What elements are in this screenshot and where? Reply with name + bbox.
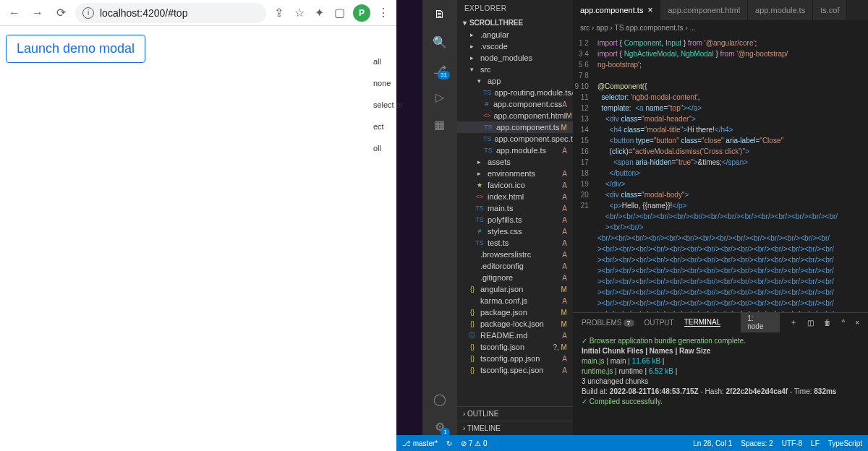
outline-section[interactable]: › OUTLINE xyxy=(457,406,573,421)
share-icon[interactable]: ⇪ xyxy=(272,6,286,20)
status-problems[interactable]: ⊘ 7 ⚠ 0 xyxy=(461,439,487,447)
editor-tab[interactable]: app.module.ts xyxy=(748,0,813,20)
status-bar: ⎇ master* ↻ ⊘ 7 ⚠ 0 Ln 28, Col 1 Spaces:… xyxy=(396,435,868,451)
editor-tab[interactable]: ts.cof xyxy=(813,0,847,20)
split-terminal-icon[interactable]: ◫ xyxy=(807,319,814,327)
tree-item[interactable]: #app.component.cssA xyxy=(457,98,573,110)
status-branch[interactable]: ⎇ master* xyxy=(402,439,438,447)
bottom-panel: PROBLEMS7 OUTPUT TERMINAL 1: node ＋ ◫ 🗑 … xyxy=(573,312,868,435)
tree-item[interactable]: node_modules xyxy=(457,52,573,64)
reload-icon[interactable]: ⟳ xyxy=(52,4,69,22)
breadcrumb[interactable]: src › app › TS app.component.ts › ... xyxy=(573,20,868,35)
file-tree: .angular.vscodenode_modulessrcappTSapp-r… xyxy=(457,29,573,406)
code-editor[interactable]: 1 2 3 4 5 6 7 8 9 10 11 12 13 14 15 16 1… xyxy=(573,35,868,312)
panel-tab-problems[interactable]: PROBLEMS7 xyxy=(582,319,634,327)
explorer-sidebar: EXPLORER ▾SCROLLTHREE .angular.vscodenod… xyxy=(457,0,573,435)
browser-window: ← → ⟳ i localhost:4200/#top ⇪ ☆ ✦ ▢ P ⋮ … xyxy=(0,0,396,451)
run-debug-icon[interactable]: ▷ xyxy=(431,88,448,106)
tree-item[interactable]: {}tsconfig.spec.jsonA xyxy=(457,364,573,376)
tree-item[interactable]: <>app.component.htmlM xyxy=(457,110,573,121)
panel-close-icon[interactable]: × xyxy=(855,319,859,327)
tree-item[interactable]: ⓘREADME.mdA xyxy=(457,330,573,341)
kebab-menu-icon[interactable]: ⋮ xyxy=(376,6,391,20)
tree-item[interactable]: .gitignoreA xyxy=(457,272,573,283)
terminal-output[interactable]: ✓ Browser application bundle generation … xyxy=(573,332,868,435)
settings-gear-icon[interactable]: ⚙1 xyxy=(431,418,448,435)
status-encoding[interactable]: UTF-8 xyxy=(782,439,802,447)
status-sync-icon[interactable]: ↻ xyxy=(446,439,452,447)
tree-item[interactable]: TSapp.module.tsA xyxy=(457,145,573,156)
site-info-icon[interactable]: i xyxy=(82,7,94,19)
tree-item[interactable]: #styles.cssA xyxy=(457,226,573,237)
panel-tab-terminal[interactable]: TERMINAL xyxy=(684,318,721,327)
back-icon[interactable]: ← xyxy=(6,4,23,22)
extensions-icon[interactable]: ✦ xyxy=(312,6,327,20)
explorer-icon[interactable]: 🗎 xyxy=(431,6,448,23)
terminal-profile-select[interactable]: 1: node xyxy=(741,312,780,332)
profile-avatar[interactable]: P xyxy=(353,4,370,22)
tree-item[interactable]: assets xyxy=(457,156,573,168)
tree-item[interactable]: {}package.jsonM xyxy=(457,306,573,318)
tree-item[interactable]: .browserslistrcA xyxy=(457,249,573,260)
line-gutter: 1 2 3 4 5 6 7 8 9 10 11 12 13 14 15 16 1… xyxy=(573,35,593,312)
tree-item[interactable]: ★favicon.icoA xyxy=(457,179,573,191)
tree-item[interactable]: TSapp.component.tsM xyxy=(457,121,573,133)
search-icon[interactable]: 🔍 xyxy=(431,33,448,51)
tree-item[interactable]: .vscode xyxy=(457,40,573,52)
panel-tabs: PROBLEMS7 OUTPUT TERMINAL 1: node ＋ ◫ 🗑 … xyxy=(573,313,868,332)
tree-item[interactable]: TSapp-routing.module.tsA xyxy=(457,87,573,98)
status-eol[interactable]: LF xyxy=(811,439,820,447)
status-indent[interactable]: Spaces: 2 xyxy=(741,439,773,447)
tree-item[interactable]: TStest.tsA xyxy=(457,237,573,249)
tree-item[interactable]: .editorconfigA xyxy=(457,260,573,272)
url-text: localhost:4200/#top xyxy=(100,7,187,19)
kill-terminal-icon[interactable]: 🗑 xyxy=(824,319,831,327)
close-tab-icon[interactable]: × xyxy=(647,5,652,15)
browser-toolbar: ← → ⟳ i localhost:4200/#top ⇪ ☆ ✦ ▢ P ⋮ xyxy=(0,0,396,26)
code-body[interactable]: import { Component, Input } from '@angul… xyxy=(593,35,868,312)
tree-item[interactable]: {}package-lock.jsonM xyxy=(457,318,573,330)
activity-bar: 🗎 🔍 ⎇31 ▷ ▦ ◯ ⚙1 xyxy=(422,0,457,435)
tree-item[interactable]: TSapp.component.spec.tsA xyxy=(457,133,573,145)
tree-item[interactable]: <>index.htmlA xyxy=(457,191,573,202)
panel-maximize-icon[interactable]: ^ xyxy=(841,319,845,327)
window-edge-strip xyxy=(396,0,422,435)
tree-item[interactable]: app xyxy=(457,75,573,87)
editor-column: app.component.ts×app.component.htmlapp.m… xyxy=(573,0,868,435)
tree-item[interactable]: TSmain.tsA xyxy=(457,202,573,214)
tree-item[interactable]: environmentsA xyxy=(457,168,573,179)
source-control-icon[interactable]: ⎇31 xyxy=(431,61,448,78)
tab-overview-icon[interactable]: ▢ xyxy=(333,6,347,20)
editor-tab[interactable]: app.component.ts× xyxy=(573,0,660,20)
forward-icon[interactable]: → xyxy=(29,4,46,22)
project-section-header[interactable]: ▾SCROLLTHREE xyxy=(457,17,573,29)
status-language[interactable]: TypeScript xyxy=(828,439,862,447)
editor-tabs: app.component.ts×app.component.htmlapp.m… xyxy=(573,0,868,20)
tree-item[interactable]: src xyxy=(457,64,573,75)
panel-tab-output[interactable]: OUTPUT xyxy=(644,319,674,327)
launch-demo-modal-button[interactable]: Launch demo modal xyxy=(6,35,145,63)
extensions-sidebar-icon[interactable]: ▦ xyxy=(431,116,448,133)
tree-item[interactable]: {}angular.jsonM xyxy=(457,283,573,295)
tree-item[interactable]: karma.conf.jsA xyxy=(457,295,573,306)
new-terminal-icon[interactable]: ＋ xyxy=(790,317,797,327)
tree-item[interactable]: {}tsconfig.app.jsonA xyxy=(457,353,573,364)
editor-tab[interactable]: app.component.html xyxy=(660,0,748,20)
page-viewport: Launch demo modal allnoneselect orectoll xyxy=(0,26,396,451)
explorer-title: EXPLORER xyxy=(457,0,573,17)
bookmark-icon[interactable]: ☆ xyxy=(292,6,307,20)
peek-overlap-strip: allnoneselect orectoll xyxy=(373,51,396,159)
tree-item[interactable]: TSpolyfills.tsA xyxy=(457,214,573,226)
tree-item[interactable]: .angular xyxy=(457,29,573,40)
vscode-window: 🗎 🔍 ⎇31 ▷ ▦ ◯ ⚙1 EXPLORER ▾SCROLLTHREE .… xyxy=(396,0,868,451)
address-bar[interactable]: i localhost:4200/#top xyxy=(75,3,266,23)
timeline-section[interactable]: › TIMELINE xyxy=(457,421,573,435)
tree-item[interactable]: {}tsconfig.json?, M xyxy=(457,341,573,353)
status-cursor-pos[interactable]: Ln 28, Col 1 xyxy=(693,439,732,447)
accounts-icon[interactable]: ◯ xyxy=(431,390,448,408)
